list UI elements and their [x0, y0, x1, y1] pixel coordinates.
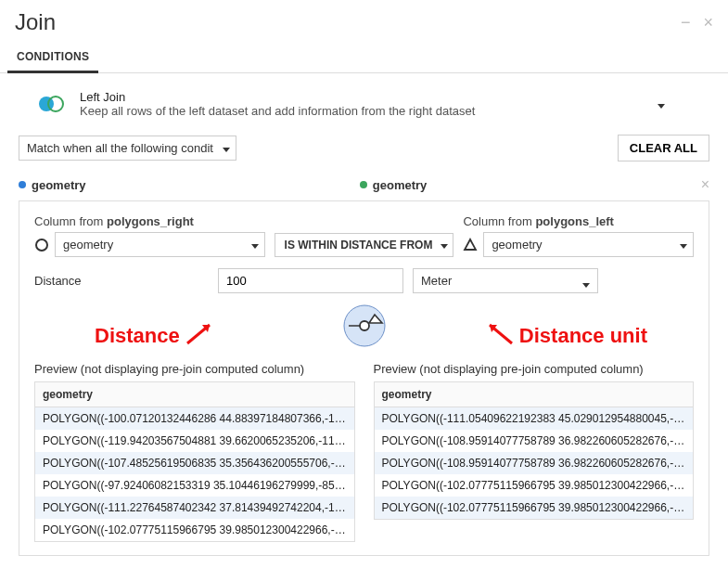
left-column-name: geometry	[32, 178, 86, 192]
minimize-icon[interactable]: −	[681, 14, 691, 31]
annotation-unit: Distance unit	[482, 319, 647, 353]
join-type-text: Left Join Keep all rows of the left data…	[80, 90, 475, 118]
right-column-name: geometry	[373, 178, 428, 192]
chevron-down-icon	[251, 238, 259, 252]
svg-point-2	[36, 239, 47, 251]
table-row: POLYGON((-102.07775115966795 39.98501230…	[35, 519, 354, 541]
dialog-footer: CLOSE	[0, 565, 728, 581]
join-type-title: Left Join	[80, 90, 475, 104]
table-row: POLYGON((-111.05409622192383 45.02901295…	[375, 407, 694, 430]
condition-header: geometry geometry ×	[0, 171, 728, 200]
dialog-title: Join	[15, 9, 668, 35]
left-column-label: Column from polygons_right	[34, 214, 265, 228]
table-row: POLYGON((-111.22764587402342 37.81439492…	[35, 497, 354, 519]
preview-right-table: geometry POLYGON((-111.05409622192383 45…	[374, 381, 695, 520]
table-row: POLYGON((-107.48525619506835 35.35643620…	[35, 452, 354, 474]
table-row: POLYGON((-100.07120132446286 44.88397184…	[35, 407, 354, 430]
triangle-icon	[463, 238, 478, 252]
left-column-select[interactable]: geometry	[55, 232, 265, 257]
right-geometry-header: geometry	[360, 178, 701, 192]
right-column-label: Column from polygons_left	[463, 214, 694, 228]
table-row: POLYGON((-97.92406082153319 35.104461962…	[35, 474, 354, 497]
arrow-icon	[184, 319, 217, 353]
within-distance-diagram-icon	[341, 303, 388, 349]
preview-caption: Preview (not displaying pre-join compute…	[374, 362, 695, 376]
table-row: POLYGON((-108.95914077758789 36.98226060…	[375, 430, 694, 452]
right-column-group: Column from polygons_left geometry	[463, 214, 694, 257]
preview-caption: Preview (not displaying pre-join compute…	[34, 362, 355, 376]
preview-header: geometry	[375, 382, 694, 407]
condition-row-columns: Column from polygons_right geometry IS W…	[34, 214, 694, 257]
table-row: POLYGON((-102.07775115966795 39.98501230…	[375, 497, 694, 519]
table-row: POLYGON((-108.95914077758789 36.98226060…	[375, 452, 694, 474]
distance-label: Distance	[34, 274, 209, 288]
left-column-group: Column from polygons_right geometry	[34, 214, 265, 257]
preview-row: Preview (not displaying pre-join compute…	[34, 362, 694, 542]
table-row: POLYGON((-102.07775115966795 39.98501230…	[375, 474, 694, 497]
distance-unit-select[interactable]: Meter	[413, 268, 598, 293]
annotation-distance: Distance	[95, 319, 217, 353]
join-type-selector[interactable]: Left Join Keep all rows of the left data…	[0, 73, 728, 131]
svg-marker-3	[465, 239, 476, 250]
spatial-operator-select[interactable]: IS WITHIN DISTANCE FROM	[275, 233, 454, 257]
remove-condition-icon[interactable]: ×	[701, 176, 709, 193]
chevron-down-icon	[223, 141, 230, 155]
dot-icon	[360, 181, 367, 188]
condition-box: Column from polygons_right geometry IS W…	[19, 200, 709, 556]
controls-row: Match when all the following condit CLEA…	[0, 131, 728, 171]
title-bar: Join − ×	[0, 0, 728, 43]
preview-left-table: geometry POLYGON((-100.07120132446286 44…	[34, 381, 355, 542]
circle-icon	[34, 238, 49, 252]
arrow-icon	[482, 319, 516, 353]
distance-input[interactable]	[218, 268, 403, 293]
preview-right: Preview (not displaying pre-join compute…	[374, 362, 695, 542]
left-join-icon	[35, 95, 67, 113]
annotation-row: Distance Distance unit	[34, 303, 694, 349]
chevron-down-icon	[582, 277, 590, 290]
preview-header: geometry	[35, 382, 354, 407]
tabs: CONDITIONS	[0, 43, 728, 73]
left-geometry-header: geometry	[19, 178, 360, 192]
match-mode-select[interactable]: Match when all the following condit	[19, 136, 236, 161]
clear-all-button[interactable]: CLEAR ALL	[618, 135, 709, 161]
condition-row-distance: Distance Meter	[34, 268, 694, 293]
svg-point-8	[360, 321, 369, 330]
chevron-down-icon	[441, 239, 448, 252]
match-mode-label: Match when all the following condit	[27, 141, 213, 155]
right-column-select[interactable]: geometry	[483, 232, 694, 257]
join-type-subtitle: Keep all rows of the left dataset and ad…	[80, 104, 475, 118]
close-icon[interactable]: ×	[703, 14, 713, 31]
chevron-down-icon	[658, 97, 665, 111]
dot-icon	[19, 181, 26, 188]
preview-left: Preview (not displaying pre-join compute…	[34, 362, 355, 542]
tab-conditions[interactable]: CONDITIONS	[7, 43, 98, 73]
table-row: POLYGON((-119.94203567504881 39.66200652…	[35, 430, 354, 452]
chevron-down-icon	[680, 238, 687, 252]
